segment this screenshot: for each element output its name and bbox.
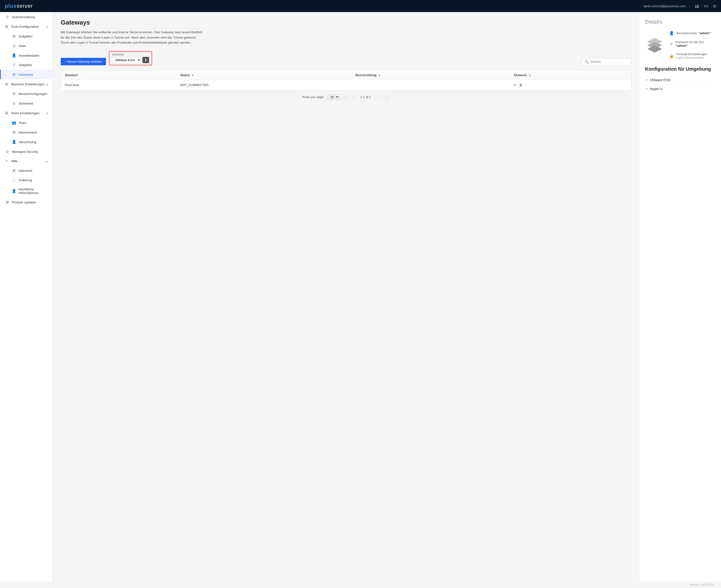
search-input[interactable] xyxy=(590,60,629,63)
benutzer-einstellungen-icon: ⊞ xyxy=(4,82,9,86)
anmeldedaten-icon: 👤 xyxy=(12,53,16,58)
config-item-label: Hyper-V xyxy=(650,87,662,91)
scanverwaltung-icon: ⊙ xyxy=(5,15,9,19)
header-right: tarek.nemri1@plusserver.com | DE | EN ⊞ xyxy=(644,4,716,8)
header: plusserver tarek.nemri1@plusserver.com |… xyxy=(0,0,721,12)
sidebar-item-produkt-updates[interactable]: ⊞ Produkt Updates xyxy=(0,197,53,207)
config-item[interactable]: ▼ VMware ESXi xyxy=(645,76,715,85)
main: Gateways Mit Gateways können Sie entfern… xyxy=(53,12,721,581)
sidebar-item-team[interactable]: 👥 Team xyxy=(0,118,53,127)
rechtliche-informationen-icon: 👤 xyxy=(12,189,16,193)
page-next-btn[interactable]: > xyxy=(375,94,381,100)
benutzername-value: "admin" xyxy=(699,31,711,35)
detail-passwort: 🖥 Passwort für die CLI: "admin" xyxy=(669,40,715,47)
sidebar-item-anmeldedaten[interactable]: 👤 Anmeldedaten xyxy=(0,50,53,60)
produkt-updates-icon: ⊞ xyxy=(5,200,9,204)
ziele-icon: ◎ xyxy=(12,44,16,48)
hilfe-icon: ? xyxy=(4,159,9,163)
detail-benutzername: 👤 Benutzername: "admin" xyxy=(669,31,715,36)
search-icon: 🔍 xyxy=(585,60,589,64)
sidebar-sub-hilfe: ⊞ Übersicht □ Anleitung 👤 Rechtliche Inf… xyxy=(0,166,53,197)
edit-icon[interactable]: ✏ xyxy=(513,83,517,87)
sidebar-item-zeitplaene[interactable]: ⏱ Zeitpläne xyxy=(0,60,53,70)
page-info: 1-1 of 1 xyxy=(360,95,371,99)
benutzer-einstellungen-chevron: ▲ xyxy=(46,83,48,86)
sidebar-group-benutzer-einstellungen[interactable]: ⊞ Benutzer Einstellungen ▲ xyxy=(0,79,53,89)
config-item-chevron: ▼ xyxy=(645,87,648,91)
team-einstellungen-icon: ⊞ xyxy=(4,111,9,115)
sidebar-item-abrechnung[interactable]: 👤 Abrechnung xyxy=(0,137,53,147)
pagination: Rows per page: 10 |< < 1-1 of 1 > >| xyxy=(61,90,631,104)
download-label: Download xyxy=(112,53,149,56)
details-visual: 👤 Benutzername: "admin" 🖥 Passwort für d… xyxy=(645,31,715,60)
rows-per-page-select[interactable]: 10 xyxy=(327,94,339,100)
lang-switcher: DE | EN xyxy=(694,4,709,8)
firewall-icon: 🔒 xyxy=(669,54,674,58)
config-title: Konfiguration für Umgebung xyxy=(645,66,715,72)
sidebar-item-ziele[interactable]: ◎ Ziele xyxy=(0,41,53,50)
grid-icon[interactable]: ⊞ xyxy=(713,4,716,8)
data-table: Standort ↑ Status ⇅ Beschreibung ⇅ xyxy=(61,70,631,90)
sidebar-sub-scan: ⊞ Aufgaben ◎ Ziele 👤 Anmeldedaten ⏱ Zeit… xyxy=(0,31,53,79)
page-first-btn[interactable]: |< xyxy=(341,94,348,100)
sidebar-item-abonnement[interactable]: ⊞ Abonnement xyxy=(0,127,53,137)
config-item[interactable]: ▼ Hyper-V xyxy=(645,85,715,93)
sidebar-item-managed-security[interactable]: ⊙ Managed Security xyxy=(0,147,53,156)
anleitung-icon: □ xyxy=(12,178,16,182)
col-standort[interactable]: Standort ↑ xyxy=(61,70,176,80)
sidebar-item-aufgaben[interactable]: ⊞ Aufgaben xyxy=(0,31,53,41)
sidebar-item-sicherheit[interactable]: ⊙ Sicherheit xyxy=(0,99,53,108)
user-email: tarek.nemri1@plusserver.com xyxy=(644,4,685,8)
content-area: Gateways Mit Gateways können Sie entfern… xyxy=(53,12,639,581)
cell-beschreibung xyxy=(352,80,510,90)
rows-per-page-label: Rows per page: xyxy=(302,95,324,99)
cell-standort: PlusCloud xyxy=(61,80,176,90)
sidebar-item-scanverwaltung[interactable]: ⊙ Scanverwaltung xyxy=(0,12,53,22)
download-button[interactable]: ⬇ xyxy=(143,57,149,63)
team-icon: 👥 xyxy=(12,121,16,125)
team-einstellungen-chevron: ▲ xyxy=(46,111,48,114)
logo: plusserver xyxy=(5,3,33,9)
details-items: 👤 Benutzername: "admin" 🖥 Passwort für d… xyxy=(669,31,715,60)
managed-security-icon: ⊙ xyxy=(5,149,9,154)
zeitplaene-icon: ⏱ xyxy=(12,63,16,67)
sidebar-item-gateways[interactable]: ⊟ Gateways xyxy=(0,70,53,79)
user-circle-icon: 👤 xyxy=(669,31,674,36)
toolbar: + Neues Gateway erstellen Download VMWar… xyxy=(61,51,631,65)
details-title: Details xyxy=(645,19,715,25)
lang-de-btn[interactable]: DE xyxy=(694,4,700,8)
right-panel: Details 👤 Benutzername: "admin" xyxy=(639,12,721,581)
download-select[interactable]: VMWare ESXi xyxy=(112,57,141,63)
uebersicht-icon: ⊞ xyxy=(12,168,16,173)
firewall-sub: Siehe Dokumentation xyxy=(676,56,704,60)
table-row: PlusCloud NOT_CONNECTED ✏ 🗑 xyxy=(61,80,631,90)
sidebar-group-team-einstellungen[interactable]: ⊞ Team Einstellungen ▲ xyxy=(0,108,53,118)
cell-aktionen: ✏ 🗑 xyxy=(510,80,631,90)
page-last-btn[interactable]: >| xyxy=(383,94,390,100)
sidebar-item-uebersicht[interactable]: ⊞ Übersicht xyxy=(0,166,53,175)
col-beschreibung[interactable]: Beschreibung ⇅ xyxy=(352,70,510,80)
delete-icon[interactable]: 🗑 xyxy=(519,83,523,87)
detail-firewall: 🔒 Firewall-Einstellungen Siehe Dokumenta… xyxy=(669,52,715,60)
sidebar-item-anleitung[interactable]: □ Anleitung xyxy=(0,175,53,185)
page-prev-btn[interactable]: < xyxy=(350,94,356,100)
sidebar: ⊙ Scanverwaltung ⊞ Scan-Konfiguration ▲ … xyxy=(0,12,53,581)
sidebar-group-hilfe[interactable]: ? Hilfe ▲ xyxy=(0,156,53,166)
abrechnung-icon: 👤 xyxy=(12,140,16,144)
firewall-text: Firewall-Einstellungen Siehe Dokumentati… xyxy=(676,52,707,60)
hilfe-chevron: ▲ xyxy=(46,160,48,163)
scan-konfiguration-icon: ⊞ xyxy=(4,24,9,29)
page-title: Gateways xyxy=(61,19,631,26)
sidebar-item-benachrichtigungen[interactable]: ✉ Benachrichtigungen xyxy=(0,89,53,99)
search-box: 🔍 xyxy=(582,58,631,65)
config-item-label: VMware ESXi xyxy=(650,78,671,82)
col-status[interactable]: Status ⇅ xyxy=(176,70,352,80)
sidebar-sub-benutzer: ✉ Benachrichtigungen ⊙ Sicherheit xyxy=(0,89,53,108)
cell-status: NOT_CONNECTED xyxy=(176,80,352,90)
layers-icon xyxy=(645,36,664,55)
lang-en-btn[interactable]: EN xyxy=(703,4,709,8)
new-gateway-button[interactable]: + Neues Gateway erstellen xyxy=(61,58,106,65)
sidebar-group-scan-konfiguration[interactable]: ⊞ Scan-Konfiguration ▲ xyxy=(0,22,53,31)
sidebar-item-rechtliche-informationen[interactable]: 👤 Rechtliche Informationen xyxy=(0,185,53,197)
col-aktionen[interactable]: Aktionen ⇅ xyxy=(510,70,631,80)
